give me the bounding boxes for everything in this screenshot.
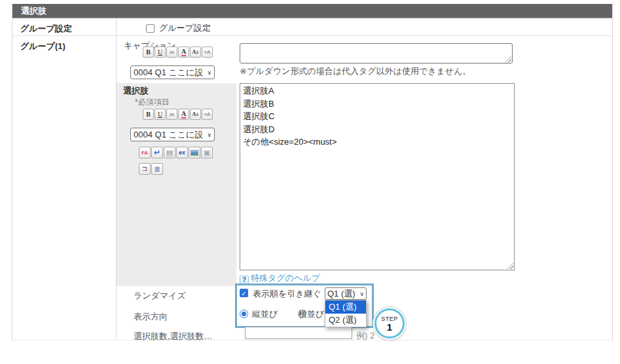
step-badge: STEP 1 (374, 308, 405, 338)
section-title: 選択肢 (21, 6, 46, 16)
choices-required-note: *必須項目 (135, 97, 170, 108)
return-arrow-icon[interactable]: ↵ (151, 147, 163, 158)
direction-label: 表示方向 (134, 311, 168, 323)
group1-row-label: グループ(1) (12, 36, 117, 339)
randomize-label: ランダマイズ (134, 290, 186, 302)
vertical-radio[interactable] (240, 310, 248, 318)
special-char-icon[interactable]: «A (202, 46, 213, 58)
group-setting-row: グループ設定 グループ設定 (12, 18, 612, 36)
inherit-order-checkbox-label: 表示順を引き継ぐ (253, 288, 321, 300)
inherit-source-dropdown: Q1 (選) Q2 (選) (325, 300, 367, 327)
dropdown-option-q2[interactable]: Q2 (選) (325, 314, 366, 327)
caption-insert-tag-select[interactable]: 0004 Q1 ここに設 ∨ (130, 65, 215, 79)
font-color-icon[interactable]: A (178, 46, 189, 58)
bold-icon[interactable]: B (143, 46, 154, 58)
inherit-source-value: Q1 (選) (327, 288, 356, 300)
choices-insert-tag-select[interactable]: 0004 Q1 ここに設 ∨ (130, 128, 215, 141)
choices-insert-toolbar: FA ↵ ▤ ex ▣ (139, 147, 213, 158)
font-size-icon[interactable]: A± (190, 46, 201, 58)
image-icon[interactable] (189, 147, 200, 158)
chevron-down-icon: ∨ (359, 291, 364, 297)
step-badge-text: STEP (381, 316, 398, 322)
caption-insert-tag-value: 0004 Q1 ここに設 (134, 67, 203, 79)
group1-content: キャプション B U ∞ A A± «A 0004 Q1 ここに設 ∨ ※プルダ… (117, 36, 612, 339)
choices-settings-table: 選択肢 グループ設定 グループ設定 グループ(1) キャプション B U ∞ A… (12, 4, 613, 340)
group1-row: グループ(1) キャプション B U ∞ A A± «A 0004 Q1 ここに… (12, 36, 612, 339)
caption-note: ※プルダウン形式の場合は代入タグ以外は使用できません。 (240, 65, 471, 77)
choices-label: 選択肢 (123, 85, 149, 97)
vertical-radio-label: 縦並び (252, 308, 278, 320)
list-indent-icon[interactable]: ≣ (151, 163, 163, 175)
fa-tag-icon[interactable]: FA (139, 147, 151, 158)
choices-tools-panel: 選択肢 *必須項目 B U ∞ A A± «A 0004 Q1 ここに設 ∨ F… (117, 83, 236, 286)
step-badge-number: 1 (387, 322, 392, 332)
ko-tag-icon[interactable]: コ (139, 163, 151, 175)
example-tag-icon[interactable]: ex (176, 147, 188, 158)
choices-insert-tag-value: 0004 Q1 ここに設 (134, 129, 203, 141)
insert-object-icon[interactable]: ▣ (201, 147, 213, 158)
link-icon[interactable]: ∞ (166, 109, 177, 120)
special-tag-help: ?特殊タグのヘルプ (240, 272, 320, 285)
group-setting-row-label: グループ設定 (12, 18, 117, 35)
choices-extra-toolbar: コ ≣ (139, 163, 164, 175)
inherit-source-select[interactable]: Q1 (選) ∨ (325, 287, 367, 300)
group-setting-content: グループ設定 (117, 18, 612, 35)
underline-icon[interactable]: U (155, 109, 166, 120)
font-color-icon[interactable]: A (178, 109, 189, 120)
chevron-down-icon: ∨ (207, 132, 211, 138)
choices-format-toolbar: B U ∞ A A± «A (143, 109, 213, 120)
counts-example: 例) 2 (356, 330, 374, 342)
group-setting-checkbox[interactable] (146, 24, 155, 33)
choices-textarea-wrap: 選択肢A 選択肢B 選択肢C 選択肢D その他<size=20><must> (240, 83, 515, 270)
caption-textarea[interactable] (240, 43, 513, 64)
chevron-down-icon: ∨ (207, 69, 211, 76)
dropdown-option-q1[interactable]: Q1 (選) (325, 300, 366, 314)
check-icon: ✓ (241, 290, 246, 297)
underline-icon[interactable]: U (155, 46, 166, 58)
inherit-order-checkbox[interactable]: ✓ (240, 289, 248, 297)
special-char-icon[interactable]: «A (202, 109, 213, 120)
horizontal-radio-label: 横並び (299, 308, 324, 320)
section-header: 選択肢 (12, 4, 612, 18)
choice-count-input[interactable] (245, 327, 352, 339)
resize-grip-icon[interactable] (507, 263, 513, 269)
resize-grip-icon[interactable] (505, 56, 511, 62)
link-icon[interactable]: ∞ (166, 46, 177, 58)
dictionary-icon[interactable]: ▤ (164, 147, 175, 158)
group-setting-checkbox-label: グループ設定 (159, 22, 211, 34)
caption-textarea-wrap (240, 43, 513, 64)
caption-format-toolbar: B U ∞ A A± «A (143, 46, 213, 58)
bold-icon[interactable]: B (143, 109, 154, 120)
special-tag-help-link[interactable]: 特殊タグのヘルプ (251, 273, 320, 283)
font-size-icon[interactable]: A± (190, 109, 201, 120)
choices-textarea[interactable]: 選択肢A 選択肢B 選択肢C 選択肢D その他<size=20><must> (240, 83, 515, 270)
counts-label: 選択肢数,選択肢数… (134, 331, 213, 342)
